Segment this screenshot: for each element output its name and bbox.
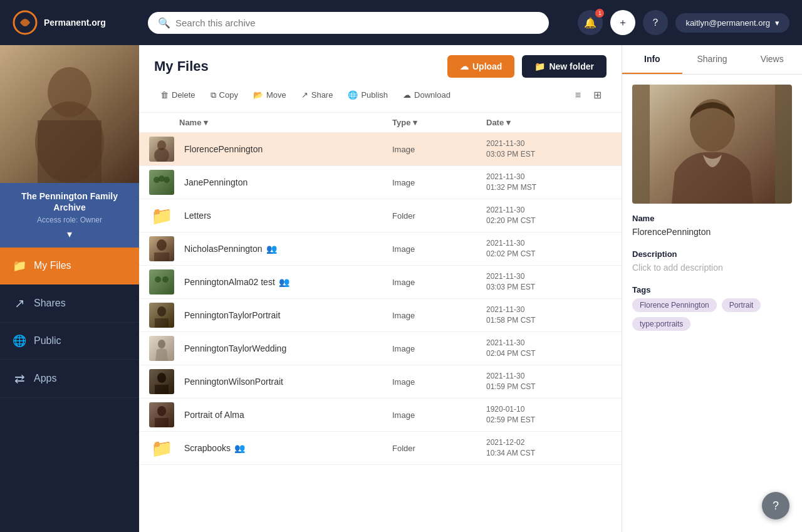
file-name: Scrapbooks 👥 xyxy=(179,443,392,453)
svg-point-24 xyxy=(157,373,166,383)
table-row[interactable]: JanePennington Image 2021-11-30 01:32 PM… xyxy=(139,166,622,199)
table-row[interactable]: NicholasPennington 👥 Image 2021-11-30 02… xyxy=(139,232,622,266)
logo-icon xyxy=(13,10,38,35)
file-name: NicholasPennington 👥 xyxy=(179,244,392,254)
info-tags-section: Tags Florence Pennington Portrait type:p… xyxy=(632,285,792,331)
help-fab-button[interactable]: ? xyxy=(762,492,789,519)
table-row[interactable]: 📁 Letters Folder 2021-11-30 02:20 PM CST xyxy=(139,199,622,232)
sidebar-item-my-files[interactable]: 📁 My Files xyxy=(0,248,139,284)
notifications-button[interactable]: 🔔 1 xyxy=(578,10,603,35)
tag-florence-pennington[interactable]: Florence Pennington xyxy=(632,298,717,312)
publish-button[interactable]: 🌐 Publish xyxy=(341,86,394,103)
move-button[interactable]: 📂 Move xyxy=(247,86,293,103)
user-email: kaitlyn@permanent.org xyxy=(685,18,770,28)
sidebar-item-shares[interactable]: ↗ Shares xyxy=(0,284,139,323)
svg-rect-14 xyxy=(154,253,169,261)
shared-icon: 👥 xyxy=(279,277,289,287)
file-thumbnail xyxy=(149,269,174,295)
date-column-header[interactable]: Date ▾ xyxy=(486,118,612,127)
file-type: Image xyxy=(392,145,486,154)
name-sort-icon: ▾ xyxy=(204,118,208,127)
archive-info: The Pennington Family Archive Access rol… xyxy=(0,183,139,248)
folder-thumb-icon: 📁 xyxy=(151,438,173,459)
new-folder-label: New folder xyxy=(549,61,594,71)
table-row[interactable]: FlorencePennington Image 2021-11-30 03:0… xyxy=(139,133,622,166)
tag-portrait[interactable]: Portrait xyxy=(722,298,761,312)
sidebar: The Pennington Family Archive Access rol… xyxy=(0,45,139,532)
table-row[interactable]: PenningtonTaylorWedding Image 2021-11-30… xyxy=(139,332,622,365)
table-row[interactable]: 📁 Scrapbooks 👥 Folder 2021-12-02 10:34 A… xyxy=(139,432,622,465)
public-icon: 🌐 xyxy=(13,334,26,348)
header-actions: ☁ Upload 📁 New folder xyxy=(447,55,607,78)
file-thumbnail: 📁 xyxy=(149,203,174,228)
download-icon: ☁ xyxy=(403,90,411,100)
help-button[interactable]: ？ xyxy=(643,10,668,35)
download-label: Download xyxy=(414,90,450,100)
delete-icon: 🗑 xyxy=(160,90,169,100)
delete-label: Delete xyxy=(172,90,195,100)
list-view-button[interactable]: ≡ xyxy=(570,85,586,105)
file-name: PenningtonAlma02 test 👥 xyxy=(179,277,392,287)
main-layout: The Pennington Family Archive Access rol… xyxy=(0,45,802,532)
download-button[interactable]: ☁ Download xyxy=(397,86,457,103)
archive-name: The Pennington Family Archive xyxy=(10,190,129,213)
name-column-header[interactable]: Name ▾ xyxy=(179,118,392,127)
file-type: Image xyxy=(392,311,486,320)
folder-thumb-icon: 📁 xyxy=(151,206,173,226)
svg-point-16 xyxy=(155,276,161,283)
panel-content: Name FlorencePennington Description Clic… xyxy=(622,75,802,532)
date-sort-icon: ▾ xyxy=(506,118,511,127)
description-label: Description xyxy=(632,249,792,259)
page-title: My Files xyxy=(154,58,209,75)
file-thumbnail xyxy=(149,137,174,162)
table-row[interactable]: PenningtonTaylorPortrait Image 2021-11-3… xyxy=(139,299,622,332)
file-name: PenningtonTaylorWedding xyxy=(179,343,392,353)
share-button[interactable]: ↗ Share xyxy=(295,86,340,103)
user-menu-button[interactable]: kaitlyn@permanent.org ▾ xyxy=(675,13,789,33)
table-row[interactable]: PenningtonWilsonPortrait Image 2021-11-3… xyxy=(139,365,622,399)
sidebar-nav: 📁 My Files ↗ Shares 🌐 Public ⇄ Apps xyxy=(0,248,139,532)
sidebar-item-public[interactable]: 🌐 Public xyxy=(0,323,139,360)
file-type: Image xyxy=(392,344,486,353)
shared-icon: 👥 xyxy=(234,443,245,453)
file-type: Folder xyxy=(392,444,486,453)
sidebar-label-apps: Apps xyxy=(34,373,56,384)
search-bar[interactable]: 🔍 xyxy=(148,12,549,34)
sidebar-label-public: Public xyxy=(34,335,61,347)
description-input[interactable]: Click to add description xyxy=(632,263,792,273)
delete-button[interactable]: 🗑 Delete xyxy=(154,86,202,103)
file-type: Image xyxy=(392,244,486,254)
share-label: Share xyxy=(311,90,333,100)
file-date: 2021-11-30 03:03 PM EST xyxy=(486,271,612,293)
archive-role: Access role: Owner xyxy=(10,216,129,224)
preview-portrait-svg xyxy=(650,85,775,204)
tab-sharing[interactable]: Sharing xyxy=(682,45,742,74)
search-icon: 🔍 xyxy=(158,17,170,29)
preview-image xyxy=(632,85,792,204)
tab-info[interactable]: Info xyxy=(622,45,682,74)
table-row[interactable]: PenningtonAlma02 test 👥 Image 2021-11-30… xyxy=(139,266,622,299)
file-date: 2021-11-30 01:59 PM CST xyxy=(486,371,612,392)
svg-rect-15 xyxy=(149,269,174,295)
panel-tabs: Info Sharing Views xyxy=(622,45,802,75)
table-row[interactable]: Portrait of Alma Image 1920-01-10 02:59 … xyxy=(139,399,622,432)
copy-button[interactable]: ⧉ Copy xyxy=(204,86,244,104)
tags-container: Florence Pennington Portrait type:portra… xyxy=(632,298,792,331)
new-folder-button[interactable]: 📁 New folder xyxy=(522,55,607,78)
sidebar-item-apps[interactable]: ⇄ Apps xyxy=(0,360,139,398)
file-thumbnail xyxy=(149,402,174,427)
tag-type-portraits[interactable]: type:portraits xyxy=(632,317,690,331)
logo-area: Permanent.org xyxy=(13,10,138,35)
file-thumbnail xyxy=(149,303,174,328)
upload-button[interactable]: ☁ Upload xyxy=(447,55,514,78)
add-button[interactable]: ＋ xyxy=(610,10,635,35)
file-name: Portrait of Alma xyxy=(179,410,392,420)
search-input[interactable] xyxy=(175,18,539,28)
type-header-label: Type xyxy=(392,118,410,127)
publish-icon: 🌐 xyxy=(348,90,358,100)
grid-view-button[interactable]: ⊞ xyxy=(588,85,607,105)
tab-views[interactable]: Views xyxy=(742,45,802,74)
type-column-header[interactable]: Type ▾ xyxy=(392,118,486,127)
file-thumbnail xyxy=(149,170,174,195)
archive-expand-button[interactable]: ▾ xyxy=(10,228,129,240)
